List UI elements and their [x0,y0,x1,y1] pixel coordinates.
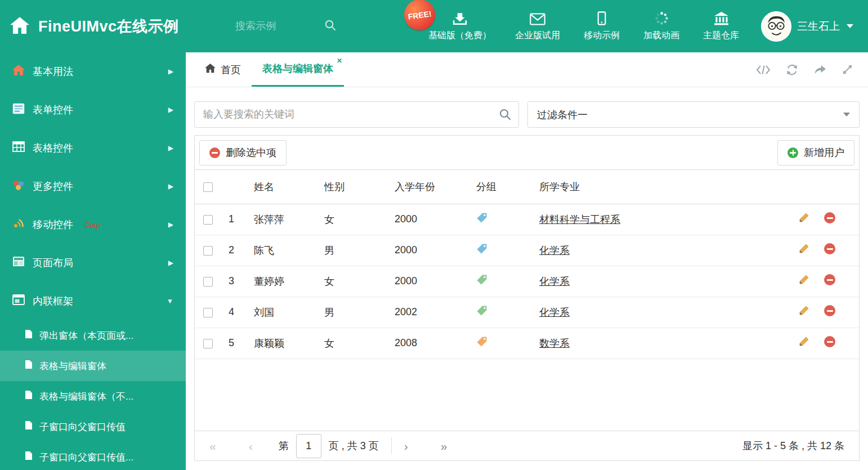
user-name: 三生石上 [797,19,840,34]
frame-icon [12,294,25,308]
cell-name: 康颖颖 [254,328,324,359]
search-icon[interactable] [499,108,512,123]
tab-grid-edit-window[interactable]: 表格与编辑窗体 [252,52,344,87]
table-row: 2 陈飞 男 2000 化学系 [195,235,859,266]
divider [391,437,392,454]
page-number-input[interactable] [296,434,321,458]
nav-item-enterprise-trial[interactable]: 企业版试用 [503,0,572,52]
file-icon [25,360,33,372]
sidebar-item-more-controls[interactable]: 更多控件 [0,167,186,205]
delete-selected-button[interactable]: 删除选中项 [199,140,287,165]
major-link[interactable]: 数学系 [539,338,570,349]
grid-toolbar: 删除选中项 新增用户 [195,136,859,170]
delete-row-icon[interactable] [824,274,835,285]
edit-pencil-icon[interactable] [798,214,809,226]
more-controls-icon [12,180,25,194]
edit-pencil-icon[interactable] [798,276,809,288]
minus-circle-icon [209,147,220,158]
major-link[interactable]: 材料科学与工程系 [539,214,620,225]
page-label-prefix: 第 [279,439,289,453]
chevron-right-icon [168,182,173,190]
sidebar-item-basic-usage[interactable]: 基本用法 [0,52,186,91]
user-menu[interactable]: 三生石上 [751,11,868,42]
delete-row-icon[interactable] [824,212,835,223]
row-checkbox[interactable] [203,308,213,317]
sidebar-item-label: 移动控件 [33,218,73,231]
select-all-checkbox[interactable] [203,182,213,192]
keyword-search-input[interactable] [194,101,519,128]
prev-page-button[interactable] [249,440,253,452]
sidebar-item-label: 页面布局 [33,256,73,270]
chevron-right-icon [168,259,173,267]
cell-name: 张萍萍 [254,204,324,235]
row-checkbox[interactable] [203,277,213,287]
expand-icon[interactable] [842,64,853,75]
sidebar-item-mobile-controls[interactable]: 移动控件 Corp [0,205,186,244]
source-code-icon[interactable] [756,64,771,75]
cell-gender: 男 [324,297,395,328]
chevron-right-icon [168,106,173,114]
sidebar-subitem-grid-edit-window[interactable]: 表格与编辑窗体 [0,351,186,381]
column-header-major: 所学专业 [539,170,798,204]
tab-bar: 首页 表格与编辑窗体 [186,52,868,87]
column-header-name: 姓名 [254,170,324,204]
nav-label: 移动示例 [584,30,620,42]
sidebar-item-grid-controls[interactable]: 表格控件 [0,129,186,167]
corp-badge: Corp [84,221,100,229]
sidebar-item-form-controls[interactable]: 表单控件 [0,91,186,129]
table-row: 1 张萍萍 女 2000 材料科学与工程系 [195,204,859,235]
layout-icon [12,256,25,270]
sidebar-subitem-child-to-parent[interactable]: 子窗口向父窗口传值 [0,411,186,442]
sidebar-item-page-layout[interactable]: 页面布局 [0,244,186,282]
sidebar-subitem-child-to-parent-2[interactable]: 子窗口向父窗口传值... [0,442,186,470]
envelope-icon [530,11,545,25]
sidebar-subitem-label: 表格与编辑窗体 [39,360,106,373]
table-icon [12,141,25,155]
delete-row-icon[interactable] [824,243,835,254]
cell-year: 2000 [395,266,476,297]
table-row: 5 康颖颖 女 2008 数学系 [195,328,859,359]
first-page-button[interactable] [209,440,216,452]
row-checkbox[interactable] [203,339,213,348]
next-page-button[interactable] [404,440,408,452]
grid-panel: 删除选中项 新增用户 姓名 性别 入学年份 [194,135,860,461]
sidebar-subitem-grid-edit-window-no[interactable]: 表格与编辑窗体（不... [0,381,186,411]
tab-home[interactable]: 首页 [194,52,252,87]
nav-item-basic-free[interactable]: FREE! 基础版（免费） [417,0,503,52]
brand[interactable]: FineUIMvc在线示例 [0,16,235,37]
share-arrow-icon[interactable] [813,64,826,75]
delete-row-icon[interactable] [824,336,835,347]
delete-selected-label: 删除选中项 [226,146,276,159]
column-header-group: 分组 [476,170,539,204]
cell-name: 董婷婷 [254,266,324,297]
sidebar-item-iframe[interactable]: 内联框架 [0,282,186,320]
chevron-down-icon [167,297,173,305]
add-user-label: 新增用户 [804,146,844,159]
filter-dropdown[interactable]: 过滤条件一 [527,101,860,128]
major-link[interactable]: 化学系 [539,307,570,318]
refresh-icon[interactable] [786,64,798,76]
cell-gender: 女 [324,328,395,359]
row-checkbox[interactable] [203,215,213,225]
search-icon[interactable] [324,19,337,34]
sidebar-subitem-popup-window[interactable]: 弹出窗体（本页面或... [0,320,186,351]
row-index: 2 [229,235,254,266]
table-row: 4 刘国 男 2002 化学系 [195,297,859,328]
major-link[interactable]: 化学系 [539,245,570,256]
nav-item-mobile-demo[interactable]: 移动示例 [572,0,632,52]
sidebar-subitem-label: 子窗口向父窗口传值 [39,420,126,433]
free-badge: FREE! [402,0,437,33]
edit-pencil-icon[interactable] [798,338,809,350]
nav-label: 加载动画 [643,30,679,42]
header-search-input[interactable] [235,20,324,32]
delete-row-icon[interactable] [824,305,835,316]
nav-item-loading-animation[interactable]: 加载动画 [632,0,691,52]
add-user-button[interactable]: 新增用户 [777,140,854,165]
last-page-button[interactable] [441,440,448,452]
edit-pencil-icon[interactable] [798,245,809,257]
close-icon[interactable] [337,57,342,65]
row-checkbox[interactable] [203,246,213,256]
edit-pencil-icon[interactable] [798,307,809,319]
major-link[interactable]: 化学系 [539,276,570,287]
nav-item-theme-repo[interactable]: 主题仓库 [691,0,751,52]
